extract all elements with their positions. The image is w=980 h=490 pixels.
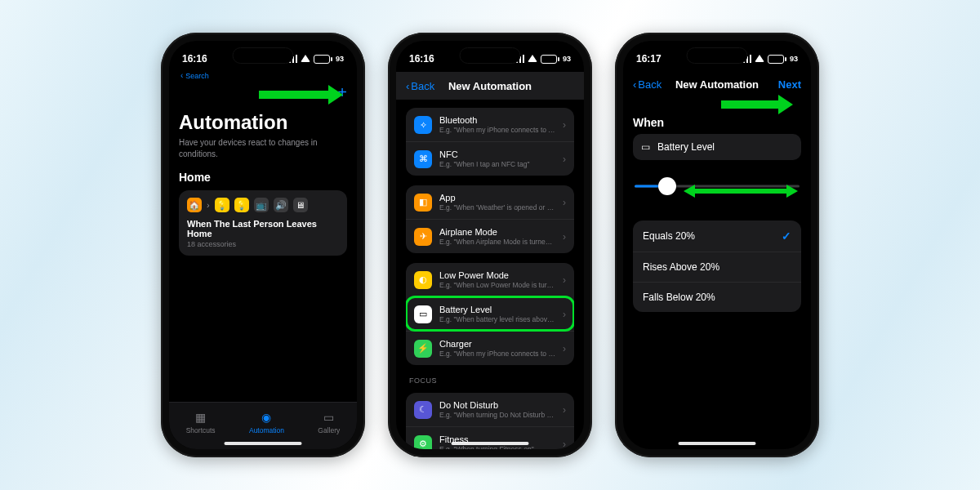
screen: 16:16 93 ‹ Search + Automation Have your… — [169, 41, 357, 449]
chevron-left-icon: ‹ — [180, 71, 183, 80]
breadcrumb-back[interactable]: ‹ Search — [169, 69, 357, 80]
tab-label: Gallery — [318, 426, 340, 434]
tab-label: Shortcuts — [186, 426, 216, 434]
status-time: 16:16 — [182, 53, 207, 65]
trigger-row-nfc[interactable]: ⌘NFCE.g. "When I tap an NFC tag"› — [406, 141, 574, 176]
trigger-title: NFC — [439, 149, 555, 159]
back-label: Back — [638, 78, 662, 91]
tab-gallery[interactable]: ▭ Gallery — [318, 410, 340, 434]
condition-option[interactable]: Falls Below 20% — [633, 282, 801, 312]
trigger-title: Airplane Mode — [439, 227, 555, 237]
condition-option[interactable]: Rises Above 20% — [633, 252, 801, 282]
trigger-list[interactable]: ⟡BluetoothE.g. "When my iPhone connects … — [396, 100, 584, 449]
status-time: 16:16 — [409, 53, 434, 65]
page-title: Automation — [179, 111, 347, 134]
automation-icon: ◉ — [258, 410, 274, 425]
wifi-icon — [528, 55, 537, 62]
when-condition-label: Battery Level — [657, 141, 715, 153]
tab-shortcuts[interactable]: ▦ Shortcuts — [186, 410, 216, 434]
nav-bar: ‹ Back New Automation — [396, 72, 584, 100]
trigger-title: Low Power Mode — [439, 270, 555, 280]
trigger-desc: E.g. "When battery level rises above 50%… — [439, 315, 555, 323]
home-automation-card[interactable]: 🏠 › 💡 💡 📺 🔊 🖥 When The Last Person Leave… — [179, 190, 347, 256]
phone-mockup-1: 16:16 93 ‹ Search + Automation Have your… — [161, 33, 365, 457]
lowpower-icon: ◐ — [414, 271, 432, 289]
nfc-icon: ⌘ — [414, 150, 432, 168]
home-indicator[interactable] — [225, 442, 302, 445]
back-button[interactable]: ‹ Back — [633, 78, 662, 91]
option-label: Falls Below 20% — [643, 292, 715, 303]
trigger-title: Charger — [439, 339, 555, 349]
trigger-group: ☾Do Not DisturbE.g. "When turning Do Not… — [406, 393, 574, 449]
trigger-desc: E.g. "When my iPhone connects to power" — [439, 350, 555, 358]
trigger-group: ⟡BluetoothE.g. "When my iPhone connects … — [406, 108, 574, 176]
trigger-desc: E.g. "When turning Do Not Disturb on" — [439, 411, 555, 419]
status-time: 16:17 — [636, 53, 662, 65]
back-label: Back — [411, 80, 434, 92]
chevron-right-icon: › — [563, 404, 566, 416]
trigger-row-charger[interactable]: ⚡ChargerE.g. "When my iPhone connects to… — [406, 331, 574, 365]
trigger-row-airplane[interactable]: ✈Airplane ModeE.g. "When Airplane Mode i… — [406, 219, 574, 253]
trigger-desc: E.g. "When Low Power Mode is turned off" — [439, 281, 555, 289]
home-indicator[interactable] — [452, 442, 529, 445]
trigger-desc: E.g. "When 'Weather' is opened or closed… — [439, 203, 555, 212]
trigger-desc: E.g. "When I tap an NFC tag" — [439, 160, 555, 168]
chevron-right-icon: › — [563, 197, 566, 208]
add-button[interactable]: + — [337, 84, 347, 100]
chevron-right-icon: › — [563, 154, 566, 165]
when-condition-row[interactable]: ▭ Battery Level — [633, 134, 801, 160]
chevron-right-icon: › — [563, 231, 566, 243]
battery-icon: ▭ — [641, 141, 650, 153]
condition-option[interactable]: Equals 20%✓ — [633, 220, 801, 252]
trigger-group: ◐Low Power ModeE.g. "When Low Power Mode… — [406, 263, 574, 365]
bluetooth-icon: ⟡ — [414, 116, 432, 134]
section-header-home: Home — [179, 171, 347, 184]
trigger-desc: E.g. "When Airplane Mode is turned on" — [439, 238, 555, 246]
automation-card-subtitle: 18 accessories — [187, 240, 339, 248]
trigger-desc: E.g. "When turning Fitness on" — [439, 445, 555, 449]
battery-percent: 93 — [336, 55, 344, 63]
condition-options: Equals 20%✓Rises Above 20%Falls Below 20… — [633, 220, 801, 312]
trigger-row-fitness[interactable]: ⚙FitnessE.g. "When turning Fitness on"› — [406, 426, 574, 449]
chevron-right-icon: › — [563, 119, 566, 131]
airplane-icon: ✈ — [414, 228, 432, 246]
trigger-title: Battery Level — [439, 305, 555, 314]
trigger-title: App — [439, 193, 555, 203]
trigger-desc: E.g. "When my iPhone connects to AirPods… — [439, 126, 555, 134]
home-indicator[interactable] — [679, 442, 756, 445]
main-content: Automation Have your devices react to ch… — [169, 105, 357, 256]
trigger-row-bluetooth[interactable]: ⟡BluetoothE.g. "When my iPhone connects … — [406, 108, 574, 141]
chevron-left-icon: ‹ — [633, 78, 636, 91]
battery-percent: 93 — [563, 55, 571, 63]
trigger-row-app[interactable]: ◧AppE.g. "When 'Weather' is opened or cl… — [406, 185, 574, 219]
nav-title: New Automation — [675, 78, 759, 91]
battery-icon — [314, 55, 332, 64]
chevron-left-icon: ‹ — [406, 80, 409, 92]
option-label: Rises Above 20% — [643, 261, 719, 273]
tab-automation[interactable]: ◉ Automation — [249, 410, 284, 434]
fitness-icon: ⚙ — [414, 435, 432, 450]
checkmark-icon: ✓ — [782, 229, 791, 243]
trigger-title: Bluetooth — [439, 115, 555, 125]
screen: 16:16 93 ‹ Back New Automation ⟡Bluetoot… — [396, 41, 584, 449]
battery-icon: ▭ — [414, 305, 432, 323]
back-button[interactable]: ‹ Back — [406, 80, 434, 92]
wifi-icon — [301, 55, 310, 62]
trigger-row-lowpower[interactable]: ◐Low Power ModeE.g. "When Low Power Mode… — [406, 263, 574, 296]
trigger-title: Do Not Disturb — [439, 400, 555, 410]
section-header-when: When — [633, 116, 801, 129]
nav-bar: + — [169, 80, 357, 105]
page-subtitle: Have your devices react to changes in co… — [179, 137, 347, 159]
nav-title: New Automation — [448, 80, 532, 92]
trigger-row-battery[interactable]: ▭Battery LevelE.g. "When battery level r… — [406, 296, 574, 331]
dynamic-island — [460, 47, 521, 64]
battery-level-slider[interactable] — [635, 175, 800, 198]
battery-icon — [768, 55, 786, 64]
next-button[interactable]: Next — [778, 78, 801, 91]
trigger-row-dnd[interactable]: ☾Do Not DisturbE.g. "When turning Do Not… — [406, 393, 574, 426]
phone-mockup-2: 16:16 93 ‹ Back New Automation ⟡Bluetoot… — [388, 33, 592, 457]
slider-knob[interactable] — [658, 177, 676, 195]
automation-card-title: When The Last Person Leaves Home — [187, 219, 339, 238]
dynamic-island — [233, 47, 294, 64]
charger-icon: ⚡ — [414, 340, 432, 358]
